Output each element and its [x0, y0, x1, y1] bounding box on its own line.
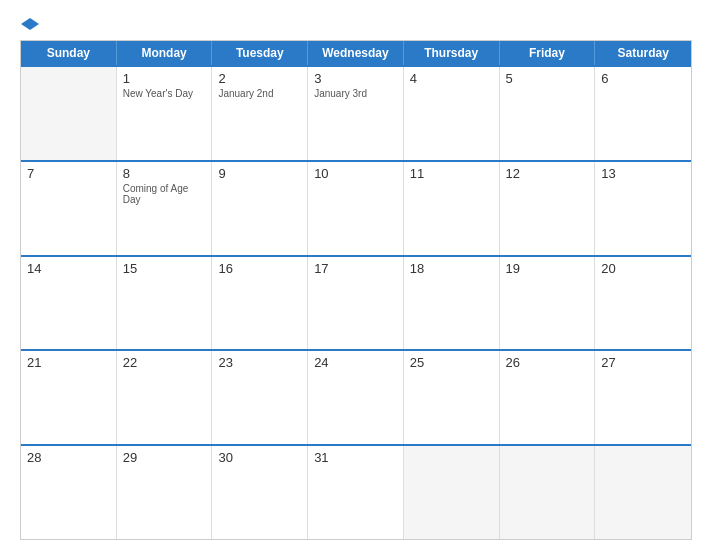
cal-cell: 10	[308, 162, 404, 255]
svg-marker-0	[21, 18, 39, 30]
event-label: January 3rd	[314, 88, 397, 99]
day-number: 1	[123, 71, 206, 86]
day-number: 16	[218, 261, 301, 276]
event-label: New Year's Day	[123, 88, 206, 99]
day-number: 3	[314, 71, 397, 86]
cal-cell: 29	[117, 446, 213, 539]
header-cell-friday: Friday	[500, 41, 596, 65]
cal-cell: 1New Year's Day	[117, 67, 213, 160]
cal-cell: 19	[500, 257, 596, 350]
header	[20, 18, 692, 32]
day-number: 21	[27, 355, 110, 370]
logo-flag-icon	[20, 17, 40, 31]
week-row-1: 1New Year's Day2January 2nd3January 3rd4…	[21, 65, 691, 160]
header-cell-thursday: Thursday	[404, 41, 500, 65]
day-number: 18	[410, 261, 493, 276]
day-number: 17	[314, 261, 397, 276]
week-row-2: 78Coming of Age Day910111213	[21, 160, 691, 255]
cal-cell: 4	[404, 67, 500, 160]
cal-cell: 18	[404, 257, 500, 350]
day-number: 2	[218, 71, 301, 86]
cal-cell: 20	[595, 257, 691, 350]
cal-cell: 7	[21, 162, 117, 255]
cal-cell: 3January 3rd	[308, 67, 404, 160]
week-row-3: 14151617181920	[21, 255, 691, 350]
day-number: 28	[27, 450, 110, 465]
cal-cell: 31	[308, 446, 404, 539]
day-number: 22	[123, 355, 206, 370]
day-number: 13	[601, 166, 685, 181]
cal-cell: 14	[21, 257, 117, 350]
calendar: SundayMondayTuesdayWednesdayThursdayFrid…	[20, 40, 692, 540]
day-number: 31	[314, 450, 397, 465]
day-number: 24	[314, 355, 397, 370]
cal-cell: 16	[212, 257, 308, 350]
cal-cell: 17	[308, 257, 404, 350]
week-row-5: 28293031	[21, 444, 691, 539]
calendar-header: SundayMondayTuesdayWednesdayThursdayFrid…	[21, 41, 691, 65]
day-number: 9	[218, 166, 301, 181]
day-number: 8	[123, 166, 206, 181]
cal-cell: 12	[500, 162, 596, 255]
day-number: 14	[27, 261, 110, 276]
day-number: 20	[601, 261, 685, 276]
cal-cell: 21	[21, 351, 117, 444]
cal-cell: 28	[21, 446, 117, 539]
calendar-page: SundayMondayTuesdayWednesdayThursdayFrid…	[0, 0, 712, 550]
day-number: 23	[218, 355, 301, 370]
header-cell-tuesday: Tuesday	[212, 41, 308, 65]
day-number: 6	[601, 71, 685, 86]
cal-cell: 13	[595, 162, 691, 255]
cal-cell	[500, 446, 596, 539]
day-number: 12	[506, 166, 589, 181]
week-row-4: 21222324252627	[21, 349, 691, 444]
cal-cell: 2January 2nd	[212, 67, 308, 160]
cal-cell: 5	[500, 67, 596, 160]
cal-cell: 23	[212, 351, 308, 444]
header-cell-monday: Monday	[117, 41, 213, 65]
day-number: 30	[218, 450, 301, 465]
cal-cell: 27	[595, 351, 691, 444]
header-cell-sunday: Sunday	[21, 41, 117, 65]
day-number: 10	[314, 166, 397, 181]
event-label: Coming of Age Day	[123, 183, 206, 205]
calendar-body: 1New Year's Day2January 2nd3January 3rd4…	[21, 65, 691, 539]
day-number: 29	[123, 450, 206, 465]
day-number: 27	[601, 355, 685, 370]
day-number: 5	[506, 71, 589, 86]
cal-cell: 11	[404, 162, 500, 255]
cal-cell: 30	[212, 446, 308, 539]
cal-cell: 9	[212, 162, 308, 255]
event-label: January 2nd	[218, 88, 301, 99]
header-cell-wednesday: Wednesday	[308, 41, 404, 65]
day-number: 26	[506, 355, 589, 370]
cal-cell: 22	[117, 351, 213, 444]
day-number: 15	[123, 261, 206, 276]
cal-cell	[595, 446, 691, 539]
day-number: 7	[27, 166, 110, 181]
logo	[20, 18, 40, 32]
cal-cell: 26	[500, 351, 596, 444]
cal-cell: 6	[595, 67, 691, 160]
day-number: 19	[506, 261, 589, 276]
cal-cell: 15	[117, 257, 213, 350]
day-number: 11	[410, 166, 493, 181]
cal-cell: 8Coming of Age Day	[117, 162, 213, 255]
day-number: 25	[410, 355, 493, 370]
cal-cell	[21, 67, 117, 160]
header-cell-saturday: Saturday	[595, 41, 691, 65]
cal-cell	[404, 446, 500, 539]
day-number: 4	[410, 71, 493, 86]
cal-cell: 24	[308, 351, 404, 444]
cal-cell: 25	[404, 351, 500, 444]
